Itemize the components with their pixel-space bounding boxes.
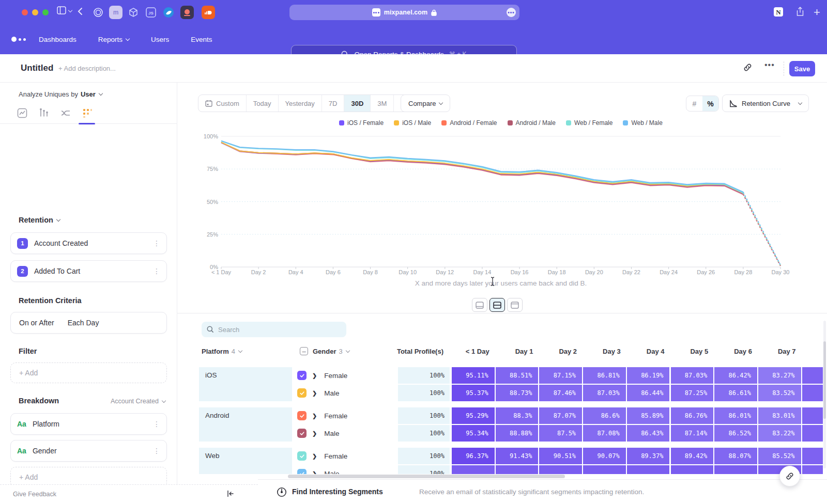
retention-value-cell[interactable]: 87.5% [539, 425, 582, 442]
nav-item-users[interactable]: Users [151, 36, 169, 43]
retention-value-cell[interactable]: 86.81% [583, 367, 626, 384]
column-header-day[interactable]: Day 3 [583, 342, 621, 360]
breakdown-card-platform[interactable]: Aa Platform ⋮ [10, 413, 167, 435]
retention-value-cell[interactable] [627, 465, 670, 474]
copy-link-icon[interactable] [743, 62, 753, 72]
retention-value-cell[interactable]: 85.52% [758, 448, 801, 464]
gender-checkbox[interactable] [297, 469, 307, 474]
share-icon[interactable] [796, 7, 804, 17]
retention-value-cell[interactable]: 85.89% [627, 407, 670, 424]
legend-item[interactable]: Android / Male [508, 119, 556, 127]
retention-value-cell[interactable]: 95.29% [452, 407, 495, 424]
kebab-menu-icon[interactable]: ⋮ [153, 239, 160, 247]
retention-value-cell[interactable] [714, 465, 757, 474]
absolute-values-toggle[interactable]: # [686, 96, 702, 111]
gender-row-web-male[interactable]: ❯Male [297, 465, 339, 474]
retention-value-cell[interactable]: 87.03% [671, 367, 714, 384]
retention-value-cell[interactable]: 87.25% [671, 385, 714, 401]
layout-table-focus-button[interactable] [507, 298, 523, 312]
collapse-sidebar-icon[interactable] [226, 490, 235, 498]
maximize-window-button[interactable] [42, 9, 49, 15]
retention-value-cell[interactable]: 87.46% [539, 385, 582, 401]
pinned-app-target-icon[interactable] [91, 6, 105, 19]
chart-type-dropdown[interactable]: Retention Curve [722, 94, 809, 112]
retention-value-cell[interactable]: 83.01% [758, 407, 801, 424]
retention-value-cell[interactable] [583, 465, 626, 474]
retention-line-chart[interactable] [196, 129, 806, 279]
floating-share-link-button[interactable] [779, 466, 800, 486]
breakdown-scope-dropdown[interactable]: Account Created [111, 398, 165, 405]
column-header-day[interactable]: Day 7 [758, 342, 796, 360]
retention-value-cell[interactable]: 88.88% [496, 425, 539, 442]
kebab-menu-icon[interactable]: ⋮ [153, 267, 160, 275]
retention-value-cell[interactable]: 91.43% [496, 448, 539, 464]
chevron-right-icon[interactable]: ❯ [312, 453, 317, 460]
legend-item[interactable]: iOS / Male [394, 119, 431, 127]
legend-item[interactable]: Android / Female [441, 119, 497, 127]
platform-group-cell[interactable]: Android [199, 407, 292, 442]
retention-value-cell[interactable]: 83.52% [758, 385, 801, 401]
column-header-day[interactable]: < 1 Day [452, 342, 489, 360]
retention-value-cell[interactable]: 86.01% [714, 407, 757, 424]
gender-checkbox[interactable] [297, 451, 307, 461]
range-today[interactable]: Today [247, 95, 279, 112]
retention-value-cell[interactable]: 96.37% [452, 448, 495, 464]
pinned-app-cube-icon[interactable] [127, 6, 140, 19]
chevron-right-icon[interactable]: ❯ [312, 390, 317, 397]
step-card-account-created[interactable]: 1 Account Created ⋮ [10, 232, 167, 254]
column-header-day[interactable]: Day 2 [539, 342, 577, 360]
retention-value-cell[interactable]: 87.07% [539, 407, 582, 424]
criteria-interval[interactable]: Each Day [68, 319, 99, 327]
retention-value-cell[interactable]: 86.19% [627, 367, 670, 384]
retention-value-cell[interactable]: 86.52% [714, 425, 757, 442]
chevron-right-icon[interactable]: ❯ [312, 372, 317, 379]
back-icon[interactable] [78, 7, 83, 15]
retention-value-cell[interactable] [496, 465, 539, 474]
retention-value-cell[interactable]: 87.15% [539, 367, 582, 384]
column-header-day[interactable]: Day 5 [671, 342, 709, 360]
select-all-checkbox[interactable]: – [300, 347, 308, 355]
range-custom[interactable]: Custom [198, 95, 247, 112]
retention-value-cell[interactable]: 95.37% [452, 385, 495, 401]
retention-value-cell[interactable]: 89.42% [671, 448, 714, 464]
column-header-day[interactable]: Day 6 [714, 342, 752, 360]
breakdown-card-gender[interactable]: Aa Gender ⋮ [10, 440, 167, 462]
extensions-more-button[interactable]: ••• [507, 8, 516, 17]
analyze-uniques-row[interactable]: Analyze Uniques byUser [19, 90, 102, 98]
retention-value-cell[interactable]: 88.3% [496, 407, 539, 424]
layout-chart-focus-button[interactable] [472, 298, 487, 312]
analyze-value[interactable]: User [81, 90, 96, 98]
table-vertical-scrollbar[interactable] [823, 321, 826, 468]
retention-value-cell[interactable]: 86.6% [583, 407, 626, 424]
pinned-app-avatar-icon[interactable]: m [109, 6, 122, 19]
notion-app-icon[interactable]: N [773, 7, 784, 17]
legend-item[interactable]: iOS / Female [339, 119, 384, 127]
platform-group-cell[interactable]: Web [199, 448, 292, 474]
retention-value-cell[interactable]: 83.27% [758, 367, 801, 384]
column-header-platform[interactable]: Platform4 [202, 342, 242, 360]
kebab-menu-icon[interactable]: ⋮ [153, 420, 160, 428]
range-yesterday[interactable]: Yesterday [279, 95, 322, 112]
kebab-menu-icon[interactable]: ⋮ [153, 447, 160, 455]
gender-row-web-female[interactable]: ❯Female [297, 448, 347, 464]
retention-value-cell[interactable]: 88.07% [714, 448, 757, 464]
nav-item-reports[interactable]: Reports [98, 36, 129, 43]
table-search-input[interactable]: Search [202, 322, 346, 337]
retention-value-cell[interactable]: 86.76% [671, 407, 714, 424]
retention-value-cell[interactable]: 86.42% [714, 367, 757, 384]
retention-value-cell[interactable]: 95.11% [452, 367, 495, 384]
retention-value-cell[interactable]: 95.34% [452, 425, 495, 442]
gender-row-ios-female[interactable]: ❯Female [297, 367, 347, 384]
retention-value-cell[interactable]: 87.08% [583, 425, 626, 442]
retention-value-cell[interactable]: 88.73% [496, 385, 539, 401]
chevron-right-icon[interactable]: ❯ [312, 430, 317, 437]
retention-value-cell[interactable]: 87.03% [583, 385, 626, 401]
new-tab-plus-icon[interactable]: + [814, 6, 820, 19]
tab-flows[interactable] [59, 106, 72, 120]
tab-funnels[interactable] [37, 106, 51, 120]
browser-address-bar[interactable]: mixpanel.com ••• [289, 5, 519, 20]
more-options-icon[interactable]: ••• [764, 60, 775, 70]
criteria-card[interactable]: On or After Each Day [10, 312, 167, 334]
nav-item-events[interactable]: Events [191, 36, 212, 43]
gender-row-android-female[interactable]: ❯Female [297, 407, 347, 424]
